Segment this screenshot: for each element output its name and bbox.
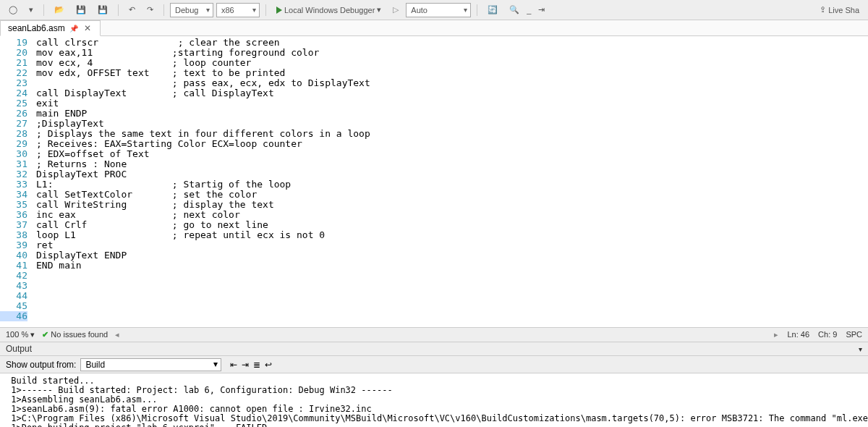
start-debug-button[interactable]: Local Windows Debugger ▾ (272, 4, 386, 16)
config-dropdown[interactable]: Debug (170, 3, 213, 17)
document-tab-bar: seanLab6.asm 📌 ✕ (0, 20, 868, 36)
output-text[interactable]: Build started... 1>------ Build started:… (0, 373, 868, 427)
line-number: 44 (0, 291, 27, 301)
output-panel-title[interactable]: Output ▾ (0, 342, 868, 356)
separator (477, 4, 477, 16)
code-line[interactable]: mov ecx, 4 ; loop counter (36, 58, 868, 68)
line-number-gutter: 1920212223242526272829303132333435363738… (0, 36, 32, 327)
platform-dropdown[interactable]: x86 (216, 3, 260, 17)
code-content[interactable]: call clrscr ; clear the screenmov eax,11… (32, 36, 868, 327)
open-file-icon[interactable]: 📂 (50, 4, 69, 16)
line-number: 45 (0, 301, 27, 311)
share-icon: ⇪ (820, 5, 826, 14)
line-number: 24 (0, 88, 27, 98)
line-number: 25 (0, 98, 27, 109)
code-line[interactable]: call DisplayText ; call DisplayText (36, 88, 868, 98)
editor-status-bar: 100 % ▾ ✔ No issues found ◂ ▸ Ln: 46 Ch:… (0, 327, 868, 342)
live-share-button[interactable]: ⇪ Live Sha (815, 4, 864, 16)
output-source-dropdown[interactable]: Build (80, 358, 221, 371)
code-line[interactable]: loop L1 ; repeat until ecx is not 0 (36, 230, 868, 240)
check-icon: ✔ (42, 330, 48, 339)
document-tab[interactable]: seanLab6.asm 📌 ✕ (0, 20, 101, 36)
line-number: 32 (0, 169, 27, 179)
line-number: 30 (0, 149, 27, 159)
line-number: 46 (0, 311, 27, 321)
zoom-dropdown[interactable]: 100 % ▾ (6, 330, 35, 339)
main-toolbar: ◯ ▾ 📂 💾 💾 ↶ ↷ Debug x86 Local Windows De… (0, 0, 868, 20)
code-line[interactable]: call WriteString ; display the text (36, 200, 868, 210)
find-icon[interactable]: 🔍 (505, 4, 524, 16)
separator (43, 4, 44, 16)
code-line[interactable]: main ENDP (36, 109, 868, 119)
issues-status[interactable]: ✔ No issues found (42, 330, 108, 339)
code-line[interactable]: call Crlf ; go to next line (36, 220, 868, 230)
line-number: 37 (0, 220, 27, 230)
code-line[interactable]: ; EDX=offset of Text (36, 149, 868, 159)
separator (163, 4, 164, 16)
line-number: 34 (0, 190, 27, 200)
goto-next-icon[interactable]: ⇥ (242, 360, 249, 370)
line-number: 38 (0, 230, 27, 240)
mode-dropdown[interactable]: Auto (406, 3, 471, 17)
sync-icon[interactable]: 🔄 (483, 4, 502, 16)
code-line[interactable]: END main (36, 261, 868, 271)
chevron-down-icon[interactable]: ▾ (859, 345, 862, 353)
close-icon[interactable]: ✕ (82, 23, 93, 33)
line-number: 36 (0, 210, 27, 220)
live-share-label: Live Sha (828, 6, 859, 14)
line-number: 41 (0, 261, 27, 271)
undo-icon[interactable]: ↶ (124, 4, 140, 16)
code-line[interactable]: ; Displays the same text in four differe… (36, 129, 868, 139)
step-icon[interactable]: ⇥ (534, 4, 549, 16)
goto-prev-icon[interactable]: ⇤ (230, 360, 237, 370)
toolbar-extra: _ (527, 6, 531, 14)
code-line[interactable]: DisplayText ENDP (36, 250, 868, 261)
line-number: 28 (0, 129, 27, 139)
nav-back-button[interactable]: ◯ (4, 4, 22, 16)
scroll-left-icon[interactable]: ◂ (115, 330, 119, 339)
line-number: 20 (0, 48, 27, 58)
separator (118, 4, 119, 16)
toggle-wordwrap-icon[interactable]: ↩ (265, 360, 272, 370)
line-number: 21 (0, 58, 27, 68)
code-line[interactable]: ;DisplayText (36, 119, 868, 129)
save-all-icon[interactable]: 💾 (93, 4, 112, 16)
code-line[interactable]: ret (36, 240, 868, 250)
code-line[interactable]: ; Receives: EAX=Starting Color ECX=loop … (36, 139, 868, 149)
col-indicator: Ch: 9 (818, 330, 837, 339)
code-line[interactable]: inc eax ; next color (36, 210, 868, 220)
separator (265, 4, 266, 16)
line-number: 23 (0, 78, 27, 88)
code-line[interactable]: exit (36, 98, 868, 109)
code-editor[interactable]: 1920212223242526272829303132333435363738… (0, 36, 868, 327)
line-number: 19 (0, 38, 27, 48)
code-line[interactable]: ; Returns : None (36, 159, 868, 169)
tab-filename: seanLab6.asm (8, 23, 65, 33)
code-line[interactable]: DisplayText PROC (36, 169, 868, 179)
redo-icon[interactable]: ↷ (142, 4, 158, 16)
code-line[interactable]: ; pass eax, ecx, edx to DisplayText (36, 78, 868, 88)
line-number: 39 (0, 240, 27, 250)
whitespace-mode[interactable]: SPC (846, 330, 862, 339)
output-from-label: Show output from: (6, 360, 76, 370)
code-line[interactable]: mov eax,11 ;starting foreground color (36, 48, 868, 58)
scroll-right-icon[interactable]: ▸ (774, 330, 778, 339)
start-without-debug-icon[interactable]: ▷ (388, 4, 403, 16)
code-line[interactable]: L1: ; Startig of the loop (36, 179, 868, 190)
code-line[interactable]: call clrscr ; clear the screen (36, 38, 868, 48)
pin-icon[interactable]: 📌 (69, 25, 78, 33)
output-toolbar: Show output from: Build ⇤ ⇥ ≣ ↩ (0, 356, 868, 373)
line-number: 43 (0, 281, 27, 291)
code-line[interactable]: call SetTextColor ; set the color (36, 190, 868, 200)
nav-fwd-button[interactable]: ▾ (25, 4, 38, 16)
line-number: 22 (0, 68, 27, 78)
code-line[interactable]: mov edx, OFFSET text ; text to be printe… (36, 68, 868, 78)
line-number: 42 (0, 271, 27, 281)
line-number: 35 (0, 200, 27, 210)
line-number: 29 (0, 139, 27, 149)
line-number: 40 (0, 250, 27, 261)
clear-icon[interactable]: ≣ (253, 360, 260, 370)
play-icon (276, 7, 282, 14)
line-indicator: Ln: 46 (787, 330, 809, 339)
save-icon[interactable]: 💾 (72, 4, 90, 16)
